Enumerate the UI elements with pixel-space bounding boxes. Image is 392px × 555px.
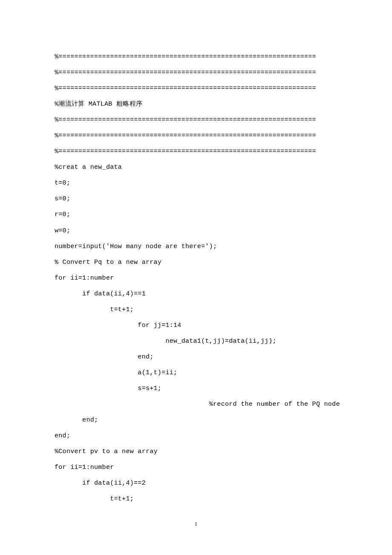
- code-line: s=s+1;: [55, 381, 337, 396]
- code-line: new_data1(t,jj)=data(ii,jj);: [55, 333, 337, 349]
- code-line: %=======================================…: [55, 112, 337, 128]
- code-line: if data(ii,4)==2: [55, 475, 337, 491]
- code-line: %record the number of the PQ node: [55, 396, 337, 412]
- code-line: %Convert pv to a new array: [55, 444, 337, 460]
- code-line: t=0;: [55, 175, 337, 191]
- code-line: end;: [55, 412, 337, 428]
- code-line: s=0;: [55, 191, 337, 207]
- page-content: %=======================================…: [0, 0, 392, 507]
- code-line: for jj=1:14: [55, 318, 337, 333]
- page-number: 1: [195, 520, 198, 527]
- code-line: %=======================================…: [55, 49, 337, 65]
- code-line: for ii=1:number: [55, 270, 337, 286]
- code-line: number=input('How many node are there=')…: [55, 239, 337, 254]
- code-line: if data(ii,4)==1: [55, 286, 337, 302]
- code-line: %=======================================…: [55, 128, 337, 144]
- code-line: %潮流计算 MATLAB 粗略程序: [55, 96, 337, 112]
- code-line: t=t+1;: [55, 302, 337, 318]
- code-line: w=0;: [55, 223, 337, 239]
- code-line: r=0;: [55, 207, 337, 223]
- code-line: end;: [55, 428, 337, 444]
- code-line: t=t+1;: [55, 491, 337, 507]
- code-line: %=======================================…: [55, 65, 337, 81]
- code-line: a(1,t)=ii;: [55, 365, 337, 381]
- code-line: end;: [55, 349, 337, 365]
- code-line: for ii=1:number: [55, 460, 337, 475]
- code-line: % Convert Pq to a new array: [55, 254, 337, 270]
- code-line: %=======================================…: [55, 81, 337, 96]
- code-line: %creat a new_data: [55, 159, 337, 175]
- code-line: %=======================================…: [55, 144, 337, 159]
